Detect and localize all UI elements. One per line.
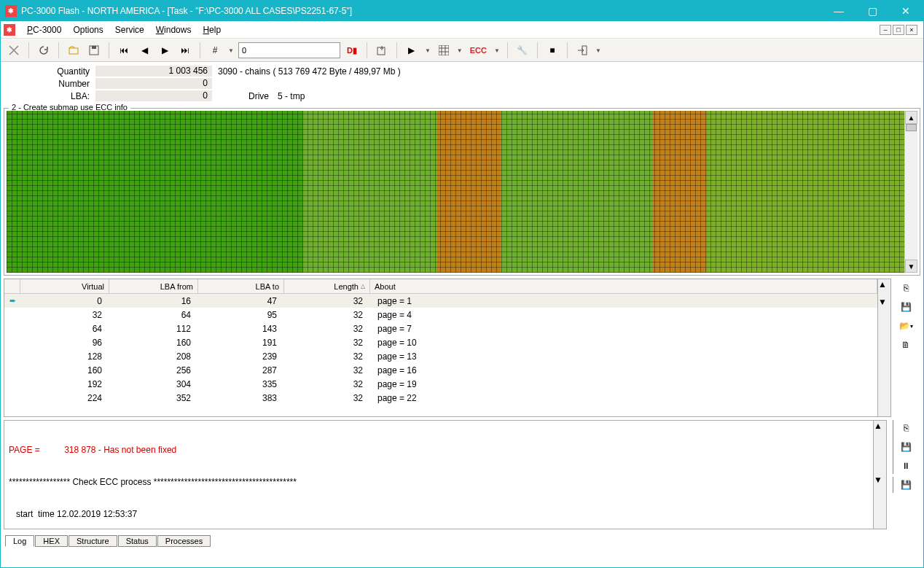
tool-export-icon[interactable]	[373, 42, 391, 59]
mdi-minimize-button[interactable]: –	[880, 25, 891, 35]
tool-d-red-icon[interactable]: D▮	[343, 42, 361, 59]
scroll-down-icon[interactable]: ▼	[905, 260, 917, 273]
menu-app-icon: ✱	[4, 24, 15, 36]
scroll-up-icon[interactable]: ▲	[905, 111, 917, 124]
tool-prev-icon[interactable]: ◀	[136, 42, 153, 59]
page-input[interactable]	[238, 42, 340, 58]
table-row[interactable]: 19230433532page = 19	[4, 377, 877, 391]
grid-dropdown[interactable]: ▼	[455, 47, 464, 54]
cell-lbato: 47	[198, 296, 284, 306]
log-saveext-icon[interactable]: 💾	[898, 477, 914, 493]
minimize-button[interactable]: —	[829, 4, 849, 18]
scroll-thumb[interactable]	[906, 124, 917, 131]
log-box[interactable]: PAGE = 318 878 - Has not been fixed ****…	[4, 420, 874, 529]
log-side-tools: ⎘ 💾 ⏸ 💾	[887, 420, 920, 529]
tab-processes[interactable]: Processes	[157, 535, 211, 547]
side-open-icon[interactable]: 📂▾	[897, 318, 915, 334]
tool-cut-icon[interactable]	[5, 42, 23, 59]
tool-grid-icon[interactable]	[435, 42, 453, 59]
cell-about: page = 1	[370, 296, 877, 306]
cell-length: 32	[284, 351, 370, 362]
hash-dropdown[interactable]: ▼	[227, 47, 235, 54]
table-scroll-thumb[interactable]	[878, 289, 890, 297]
window-title: PC-3000 Flash - NORTH AMERICA - [Task - …	[21, 6, 829, 16]
ecc-dropdown[interactable]: ▼	[493, 47, 501, 54]
cell-virtual: 96	[20, 338, 109, 348]
cell-lbato: 239	[198, 351, 284, 362]
menu-pc3000[interactable]: PC-3000	[21, 23, 67, 36]
cell-lbato: 143	[198, 324, 284, 334]
tool-refresh-icon[interactable]	[35, 42, 52, 59]
tab-hex[interactable]: HEX	[35, 535, 68, 547]
info-panel: Quantity 1 003 456 3090 - chains ( 513 7…	[1, 62, 923, 106]
cell-virtual: 128	[20, 351, 109, 362]
menu-options[interactable]: Options	[67, 23, 109, 36]
log-page-msg: 318 878 - Has not been fixed	[64, 445, 176, 455]
log-scroll-thumb[interactable]	[874, 431, 886, 475]
tool-last-icon[interactable]: ⏭	[176, 42, 194, 59]
table-scroll-down-icon[interactable]: ▼	[878, 297, 890, 307]
table-row[interactable]: ➨0164732page = 1	[4, 294, 877, 308]
table-body[interactable]: ➨0164732page = 132649532page = 464112143…	[4, 294, 877, 416]
log-scrollbar[interactable]: ▲ ▼	[874, 420, 887, 529]
tab-status[interactable]: Status	[118, 535, 157, 547]
cell-lbato: 191	[198, 338, 284, 348]
tab-structure[interactable]: Structure	[68, 535, 117, 547]
cell-about: page = 19	[370, 379, 877, 389]
tool-play-icon[interactable]: ▶	[403, 42, 420, 59]
log-copy-icon[interactable]: ⎘	[898, 420, 914, 436]
ecc-label[interactable]: ECC	[467, 46, 490, 55]
tab-log[interactable]: Log	[5, 535, 34, 547]
log-page-label: PAGE =	[9, 445, 40, 455]
col-virtual[interactable]: Virtual	[20, 279, 109, 293]
menu-windows[interactable]: Windows	[150, 23, 197, 36]
cell-lbafrom: 16	[109, 296, 198, 306]
mdi-close-button[interactable]: ×	[906, 25, 917, 35]
bitmap-grid[interactable]	[7, 111, 904, 273]
col-about[interactable]: About	[370, 279, 877, 293]
menu-service[interactable]: Service	[109, 23, 150, 36]
log-scroll-down-icon[interactable]: ▼	[874, 475, 886, 485]
tool-save-icon[interactable]	[85, 42, 103, 59]
cell-lbato: 335	[198, 379, 284, 389]
table-scrollbar[interactable]: ▲ ▼	[878, 279, 891, 417]
quantity-value: 1 003 456	[95, 66, 212, 77]
mdi-restore-button[interactable]: □	[893, 25, 904, 35]
menu-help[interactable]: Help	[197, 23, 227, 36]
cell-lbafrom: 256	[109, 365, 198, 376]
log-save-icon[interactable]: 💾	[898, 439, 914, 455]
tool-wrench-icon[interactable]: 🔧	[514, 42, 531, 59]
table-row[interactable]: 32649532page = 4	[4, 308, 877, 322]
table-row[interactable]: 22435238332page = 22	[4, 391, 877, 405]
table-row[interactable]: 6411214332page = 7	[4, 322, 877, 335]
tool-first-icon[interactable]: ⏮	[115, 42, 133, 59]
table-side-tools: ⎘ 💾 📂▾ 🗎	[891, 279, 920, 417]
lba-table: Virtual LBA from LBA to Length△ About ➨0…	[4, 279, 878, 417]
log-pause-icon[interactable]: ⏸	[898, 458, 914, 474]
table-row[interactable]: 9616019132page = 10	[4, 335, 877, 349]
side-doc-icon[interactable]: 🗎	[897, 337, 915, 353]
side-copy-icon[interactable]: ⎘	[897, 280, 915, 296]
tool-open-icon[interactable]	[65, 42, 82, 59]
maximize-button[interactable]: ▢	[862, 4, 882, 18]
tool-stop-icon[interactable]: ■	[544, 42, 561, 59]
log-scroll-up-icon[interactable]: ▲	[874, 421, 886, 431]
col-lbato[interactable]: LBA to	[198, 279, 284, 293]
bitmap-scrollbar[interactable]: ▲ ▼	[904, 111, 917, 273]
cell-about: page = 13	[370, 351, 877, 362]
col-length[interactable]: Length△	[284, 279, 370, 293]
tool-next-icon[interactable]: ▶	[156, 42, 173, 59]
table-row[interactable]: 16025628732page = 16	[4, 363, 877, 377]
exit-dropdown[interactable]: ▼	[594, 47, 603, 54]
table-scroll-up-icon[interactable]: ▲	[878, 279, 890, 289]
tool-exit-icon[interactable]	[573, 42, 591, 59]
cell-virtual: 64	[20, 324, 109, 334]
tool-hash-icon[interactable]: #	[206, 42, 224, 59]
cell-virtual: 0	[20, 296, 109, 306]
table-row[interactable]: 12820823932page = 13	[4, 349, 877, 363]
side-save-icon[interactable]: 💾	[897, 299, 915, 315]
col-lbafrom[interactable]: LBA from	[109, 279, 198, 293]
play-dropdown[interactable]: ▼	[423, 47, 432, 54]
quantity-label: Quantity	[8, 66, 95, 77]
close-button[interactable]: ✕	[896, 4, 916, 18]
